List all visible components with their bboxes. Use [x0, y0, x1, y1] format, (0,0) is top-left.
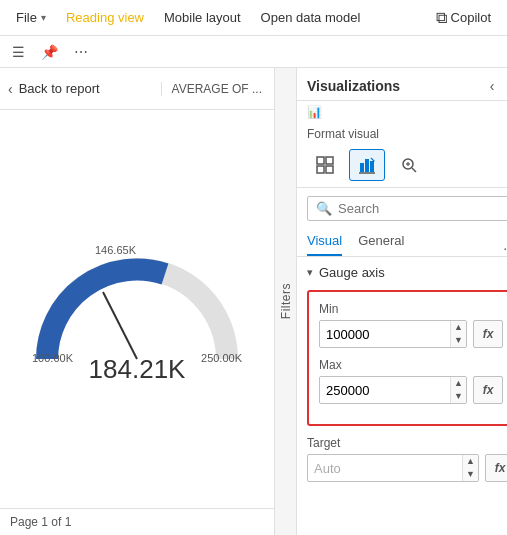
panel-content: ▾ Gauge axis Min ▲ ▼: [297, 257, 507, 535]
viz-header: Visualizations ‹ ›: [297, 68, 507, 101]
target-input-row: ▲ ▼ fx: [307, 454, 507, 482]
menu-bar: File ▾ Reading view Mobile layout Open d…: [0, 0, 507, 36]
min-field-row: Min ▲ ▼ fx: [319, 302, 503, 348]
min-input-wrapper: ▲ ▼: [319, 320, 467, 348]
visual-general-tabs: Visual General ...: [297, 229, 507, 257]
tab-general[interactable]: General: [358, 233, 404, 256]
viz-panel: Visualizations ‹ › 📊 Format visual: [297, 68, 507, 535]
viz-nav-prev[interactable]: ‹: [486, 76, 499, 96]
search-box: 🔍: [307, 196, 507, 221]
min-spinner: ▲ ▼: [450, 321, 466, 347]
chart-format-btn[interactable]: [349, 149, 385, 181]
max-label: Max: [319, 358, 503, 372]
svg-rect-2: [326, 157, 333, 164]
max-field-row: Max ▲ ▼ fx: [319, 358, 503, 404]
tab-visual[interactable]: Visual: [307, 233, 342, 256]
svg-line-0: [103, 292, 137, 359]
menu-copilot[interactable]: ⧉ Copilot: [428, 5, 499, 31]
target-spinner: ▲ ▼: [462, 455, 478, 481]
hamburger-icon[interactable]: ☰: [8, 40, 29, 64]
target-spin-down[interactable]: ▼: [463, 468, 478, 481]
max-input-wrapper: ▲ ▼: [319, 376, 467, 404]
max-spin-up[interactable]: ▲: [451, 377, 466, 390]
gauge-axis-box: Min ▲ ▼ fx: [307, 290, 507, 426]
svg-rect-1: [317, 157, 324, 164]
filters-tab[interactable]: Filters: [275, 68, 297, 535]
gauge-container: 100.00K 250.00K 146.65K: [27, 244, 247, 364]
page-indicator: Page 1 of 1: [0, 508, 274, 535]
more-icon[interactable]: ⋯: [70, 40, 92, 64]
target-spin-up[interactable]: ▲: [463, 455, 478, 468]
menu-open-data-model[interactable]: Open data model: [253, 6, 369, 29]
target-fx-button[interactable]: fx: [485, 454, 507, 482]
gauge-max-label: 250.00K: [201, 352, 242, 364]
search-icon: 🔍: [316, 201, 332, 216]
menu-file[interactable]: File ▾: [8, 6, 54, 29]
max-spinner: ▲ ▼: [450, 377, 466, 403]
svg-rect-3: [317, 166, 324, 173]
viz-nav-next[interactable]: ›: [502, 76, 507, 96]
pin-icon[interactable]: 📌: [37, 40, 62, 64]
chevron-down-icon: ▾: [41, 12, 46, 23]
viz-nav: ‹ ›: [486, 76, 507, 96]
back-arrow-icon: ‹: [8, 81, 13, 97]
back-to-report[interactable]: ‹ Back to report AVERAGE OF ...: [0, 68, 274, 110]
magnify-format-btn[interactable]: [391, 149, 427, 181]
svg-rect-5: [360, 163, 364, 172]
toolbar: ☰ 📌 ⋯: [0, 36, 507, 68]
format-visual-label: Format visual: [297, 121, 507, 145]
target-input[interactable]: [308, 457, 462, 480]
gauge-indicator-label: 146.65K: [95, 244, 136, 256]
section-chevron-icon: ▾: [307, 266, 313, 279]
bar-chart-small-icon: 📊: [307, 105, 322, 119]
search-input[interactable]: [338, 201, 506, 216]
max-fx-button[interactable]: fx: [473, 376, 503, 404]
target-label: Target: [307, 436, 507, 450]
gauge-area: 100.00K 250.00K 146.65K 184.21K: [0, 110, 274, 508]
target-input-wrapper: ▲ ▼: [307, 454, 479, 482]
svg-rect-6: [365, 159, 369, 172]
max-input[interactable]: [320, 379, 450, 402]
more-tabs-btn[interactable]: ...: [503, 237, 507, 253]
target-section: Target ▲ ▼ fx: [307, 436, 507, 482]
right-panel: Filters Visualizations ‹ › 📊 Format visu…: [275, 68, 507, 535]
max-input-row: ▲ ▼ fx: [319, 376, 503, 404]
main-layout: ‹ Back to report AVERAGE OF ... 100.00K …: [0, 68, 507, 535]
min-label: Min: [319, 302, 503, 316]
gauge-axis-header[interactable]: ▾ Gauge axis: [307, 265, 507, 280]
gauge-min-label: 100.00K: [32, 352, 73, 364]
svg-line-9: [412, 168, 416, 172]
format-icons-row: [297, 145, 507, 188]
min-spin-up[interactable]: ▲: [451, 321, 466, 334]
min-input-row: ▲ ▼ fx: [319, 320, 503, 348]
max-spin-down[interactable]: ▼: [451, 390, 466, 403]
min-fx-button[interactable]: fx: [473, 320, 503, 348]
svg-rect-4: [326, 166, 333, 173]
grid-format-btn[interactable]: [307, 149, 343, 181]
menu-mobile-layout[interactable]: Mobile layout: [156, 6, 249, 29]
left-panel: ‹ Back to report AVERAGE OF ... 100.00K …: [0, 68, 275, 535]
menu-reading-view[interactable]: Reading view: [58, 6, 152, 29]
min-spin-down[interactable]: ▼: [451, 334, 466, 347]
min-input[interactable]: [320, 323, 450, 346]
